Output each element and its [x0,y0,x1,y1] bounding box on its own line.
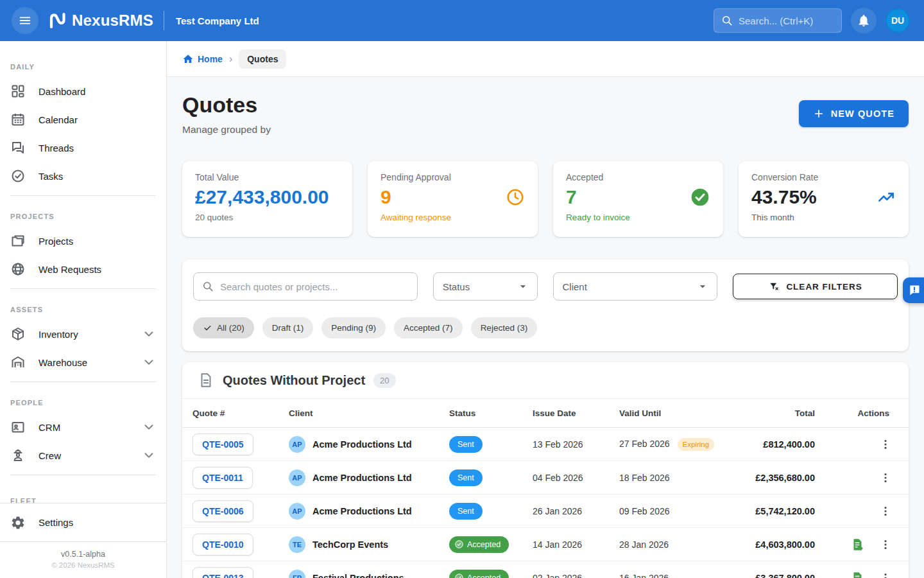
issue-date: 02 Jan 2026 [533,573,619,578]
stat-subtext: 20 quotes [195,213,339,222]
create-invoice-button[interactable] [844,565,870,578]
stat-label: Accepted [566,172,710,182]
status-select[interactable]: Status [433,272,538,301]
client-avatar: AP [289,503,305,520]
quote-search-input[interactable] [220,281,409,292]
status-badge: Sent [449,503,483,520]
stat-card: Pending Approval 9 Awaiting response [368,161,538,237]
sidebar-nav: DAILY Dashboard Calendar Threads Tasks P… [0,41,166,503]
quote-number-link[interactable]: QTE-0013 [193,567,253,578]
kebab-menu-icon [879,572,892,578]
sidebar-item-crm[interactable]: CRM [0,413,166,441]
feedback-button[interactable] [903,277,924,303]
check-icon [203,323,212,333]
page-title: Quotes [182,92,271,118]
sidebar-item-web-requests[interactable]: Web Requests [0,255,166,283]
status-badge: Accepted [449,570,509,578]
filter-panel: Status Client CLEAR FILTERS [182,259,909,351]
sidebar-item-threads[interactable]: Threads [0,134,166,162]
valid-until-date: 27 Feb 2026 [619,439,670,449]
search-icon [201,280,214,293]
filter-chip[interactable]: Rejected (3) [471,317,538,338]
sidebar-item-crew[interactable]: Crew [0,441,166,469]
stat-value: £27,433,800.00 [195,186,329,208]
stat-label: Pending Approval [381,172,525,182]
document-icon [198,372,214,389]
projects-icon [10,233,26,249]
stat-value: 43.75% [751,186,817,208]
threads-icon [10,140,26,155]
sidebar-item-settings[interactable]: Settings [0,503,166,541]
valid-until-date: 16 Jan 2026 [619,573,669,578]
quote-number-link[interactable]: QTE-0011 [193,467,253,489]
warehouse-icon [10,355,26,370]
stat-subtext: Ready to invoice [566,213,710,222]
quote-search-field[interactable] [193,272,418,301]
copyright: © 2026 NexusRMS [0,561,166,569]
notifications-button[interactable] [851,8,877,33]
quote-number-link[interactable]: QTE-0010 [193,534,253,556]
sidebar-item-tasks[interactable]: Tasks [0,162,166,190]
section-label-projects: PROJECTS [0,201,166,227]
gear-icon [10,515,26,530]
stat-label: Total Value [195,172,339,182]
sidebar-item-projects[interactable]: Projects [0,227,166,255]
row-menu-button[interactable] [873,498,898,524]
create-invoice-button[interactable] [844,532,870,557]
home-icon [182,53,194,65]
main-content: Home › Quotes Quotes Manage grouped by N… [167,41,924,578]
check-circle-icon [454,539,464,549]
kebab-menu-icon [879,505,892,518]
filter-chip[interactable]: Pending (9) [321,317,386,338]
total-amount: £3,367,800.00 [744,573,815,578]
sidebar-item-warehouse[interactable]: Warehouse [0,348,166,376]
section-title: Quotes Without Project [223,373,365,388]
client-avatar: FP [289,570,305,578]
client-avatar: AP [289,469,305,486]
valid-until-date: 18 Feb 2026 [619,473,670,483]
client-select[interactable]: Client [553,272,718,301]
issue-date: 26 Jan 2026 [533,506,619,516]
table-row: QTE-0013 FP Festival Productions Accepte… [182,561,909,578]
filter-chip[interactable]: All (20) [193,317,254,338]
trending-up-icon [877,188,896,207]
settings-label: Settings [38,517,156,528]
check-circle-icon [454,573,464,578]
row-menu-button[interactable] [873,432,898,457]
stat-value: 7 [566,186,577,208]
menu-button[interactable] [12,7,38,34]
expiring-badge: Expiring [678,438,715,451]
clear-filters-button[interactable]: CLEAR FILTERS [733,274,898,299]
column-header-client: Client [289,408,449,418]
sidebar-item-inventory[interactable]: Inventory [0,320,166,348]
stat-label: Conversion Rate [751,172,896,182]
kebab-menu-icon [879,471,892,484]
dropdown-arrow-icon [517,280,529,293]
sidebar-item-dashboard[interactable]: Dashboard [0,77,166,105]
global-search[interactable] [714,8,842,33]
company-name: Test Company Ltd [176,15,259,26]
new-quote-button[interactable]: NEW QUOTE [799,100,909,127]
appbar-divider [164,11,164,30]
status-chips: All (20) Draft (1) Pending (9) Accepted … [193,317,898,338]
stat-subtext: Awaiting response [381,213,525,222]
search-icon [721,14,733,27]
row-menu-button[interactable] [873,565,898,578]
filter-chip[interactable]: Draft (1) [262,317,314,338]
row-menu-button[interactable] [873,532,898,557]
row-menu-button[interactable] [873,465,898,491]
quote-number-link[interactable]: QTE-0005 [193,434,253,455]
table-row: QTE-0006 AP Acme Productions Ltd Sent 26… [182,495,909,528]
issue-date: 04 Feb 2026 [533,473,619,483]
global-search-input[interactable] [739,15,835,26]
stat-subtext: This month [751,213,896,222]
brand-name: NexusRMS [72,12,153,30]
stats-row: Total Value £27,433,800.00 20 quotes Pen… [182,161,909,237]
sidebar-item-calendar[interactable]: Calendar [0,105,166,134]
feedback-chat-icon [908,284,921,297]
breadcrumb-home-link[interactable]: Home [182,53,223,65]
quote-number-link[interactable]: QTE-0006 [193,500,253,522]
user-avatar[interactable]: DU [886,8,910,33]
filter-chip[interactable]: Accepted (7) [394,317,463,338]
table-row: QTE-0011 AP Acme Productions Ltd Sent 04… [182,461,909,495]
